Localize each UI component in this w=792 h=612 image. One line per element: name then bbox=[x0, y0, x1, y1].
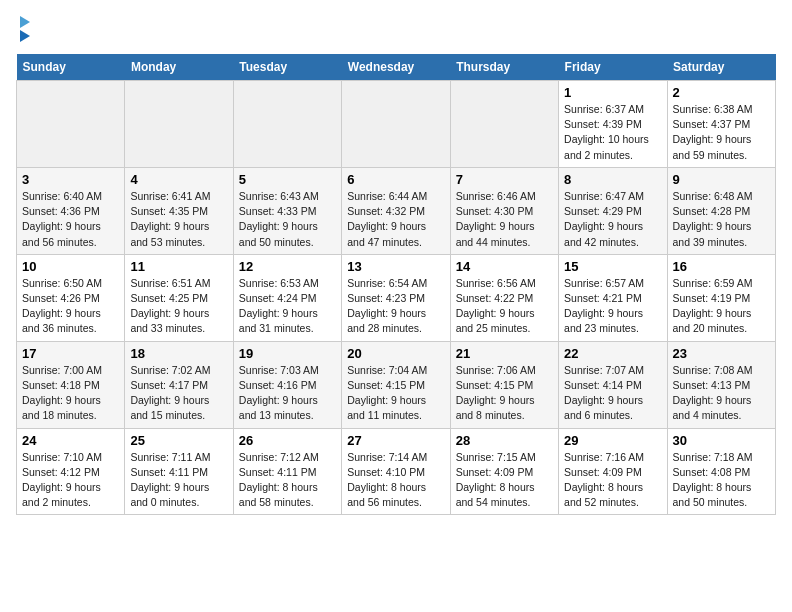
day-number: 26 bbox=[239, 433, 336, 448]
dow-header-thursday: Thursday bbox=[450, 54, 558, 81]
day-info: Sunrise: 7:04 AMSunset: 4:15 PMDaylight:… bbox=[347, 363, 444, 424]
calendar-cell: 20Sunrise: 7:04 AMSunset: 4:15 PMDayligh… bbox=[342, 341, 450, 428]
calendar-cell: 13Sunrise: 6:54 AMSunset: 4:23 PMDayligh… bbox=[342, 254, 450, 341]
calendar-cell: 5Sunrise: 6:43 AMSunset: 4:33 PMDaylight… bbox=[233, 167, 341, 254]
day-info: Sunrise: 6:37 AMSunset: 4:39 PMDaylight:… bbox=[564, 102, 661, 163]
day-info: Sunrise: 7:08 AMSunset: 4:13 PMDaylight:… bbox=[673, 363, 770, 424]
dow-header-sunday: Sunday bbox=[17, 54, 125, 81]
day-info: Sunrise: 7:03 AMSunset: 4:16 PMDaylight:… bbox=[239, 363, 336, 424]
day-number: 23 bbox=[673, 346, 770, 361]
day-number: 29 bbox=[564, 433, 661, 448]
day-info: Sunrise: 6:44 AMSunset: 4:32 PMDaylight:… bbox=[347, 189, 444, 250]
dow-header-friday: Friday bbox=[559, 54, 667, 81]
day-number: 15 bbox=[564, 259, 661, 274]
calendar-cell bbox=[125, 81, 233, 168]
calendar-cell: 9Sunrise: 6:48 AMSunset: 4:28 PMDaylight… bbox=[667, 167, 775, 254]
day-info: Sunrise: 6:51 AMSunset: 4:25 PMDaylight:… bbox=[130, 276, 227, 337]
calendar-cell: 11Sunrise: 6:51 AMSunset: 4:25 PMDayligh… bbox=[125, 254, 233, 341]
calendar-cell: 30Sunrise: 7:18 AMSunset: 4:08 PMDayligh… bbox=[667, 428, 775, 515]
day-info: Sunrise: 7:16 AMSunset: 4:09 PMDaylight:… bbox=[564, 450, 661, 511]
day-number: 18 bbox=[130, 346, 227, 361]
day-number: 7 bbox=[456, 172, 553, 187]
day-info: Sunrise: 6:56 AMSunset: 4:22 PMDaylight:… bbox=[456, 276, 553, 337]
day-number: 17 bbox=[22, 346, 119, 361]
dow-header-saturday: Saturday bbox=[667, 54, 775, 81]
day-info: Sunrise: 7:07 AMSunset: 4:14 PMDaylight:… bbox=[564, 363, 661, 424]
logo-arrow-top bbox=[20, 16, 30, 28]
logo-arrow-bottom bbox=[20, 30, 30, 42]
day-number: 6 bbox=[347, 172, 444, 187]
day-number: 3 bbox=[22, 172, 119, 187]
day-info: Sunrise: 6:43 AMSunset: 4:33 PMDaylight:… bbox=[239, 189, 336, 250]
calendar-cell: 21Sunrise: 7:06 AMSunset: 4:15 PMDayligh… bbox=[450, 341, 558, 428]
calendar-cell: 4Sunrise: 6:41 AMSunset: 4:35 PMDaylight… bbox=[125, 167, 233, 254]
day-number: 8 bbox=[564, 172, 661, 187]
day-number: 21 bbox=[456, 346, 553, 361]
day-info: Sunrise: 6:54 AMSunset: 4:23 PMDaylight:… bbox=[347, 276, 444, 337]
calendar-cell: 10Sunrise: 6:50 AMSunset: 4:26 PMDayligh… bbox=[17, 254, 125, 341]
day-info: Sunrise: 7:11 AMSunset: 4:11 PMDaylight:… bbox=[130, 450, 227, 511]
calendar-cell: 1Sunrise: 6:37 AMSunset: 4:39 PMDaylight… bbox=[559, 81, 667, 168]
day-number: 11 bbox=[130, 259, 227, 274]
day-info: Sunrise: 7:02 AMSunset: 4:17 PMDaylight:… bbox=[130, 363, 227, 424]
day-info: Sunrise: 6:50 AMSunset: 4:26 PMDaylight:… bbox=[22, 276, 119, 337]
day-number: 27 bbox=[347, 433, 444, 448]
day-number: 28 bbox=[456, 433, 553, 448]
calendar-cell bbox=[233, 81, 341, 168]
day-number: 22 bbox=[564, 346, 661, 361]
calendar-cell: 28Sunrise: 7:15 AMSunset: 4:09 PMDayligh… bbox=[450, 428, 558, 515]
day-number: 20 bbox=[347, 346, 444, 361]
page-header bbox=[16, 16, 776, 42]
day-number: 24 bbox=[22, 433, 119, 448]
calendar-cell: 27Sunrise: 7:14 AMSunset: 4:10 PMDayligh… bbox=[342, 428, 450, 515]
calendar-cell: 12Sunrise: 6:53 AMSunset: 4:24 PMDayligh… bbox=[233, 254, 341, 341]
day-number: 2 bbox=[673, 85, 770, 100]
day-number: 19 bbox=[239, 346, 336, 361]
day-number: 16 bbox=[673, 259, 770, 274]
calendar-cell: 26Sunrise: 7:12 AMSunset: 4:11 PMDayligh… bbox=[233, 428, 341, 515]
calendar-cell: 22Sunrise: 7:07 AMSunset: 4:14 PMDayligh… bbox=[559, 341, 667, 428]
calendar-cell: 3Sunrise: 6:40 AMSunset: 4:36 PMDaylight… bbox=[17, 167, 125, 254]
calendar-cell: 18Sunrise: 7:02 AMSunset: 4:17 PMDayligh… bbox=[125, 341, 233, 428]
day-info: Sunrise: 6:47 AMSunset: 4:29 PMDaylight:… bbox=[564, 189, 661, 250]
calendar-cell: 2Sunrise: 6:38 AMSunset: 4:37 PMDaylight… bbox=[667, 81, 775, 168]
day-info: Sunrise: 7:06 AMSunset: 4:15 PMDaylight:… bbox=[456, 363, 553, 424]
calendar-cell: 6Sunrise: 6:44 AMSunset: 4:32 PMDaylight… bbox=[342, 167, 450, 254]
day-number: 12 bbox=[239, 259, 336, 274]
calendar-cell: 14Sunrise: 6:56 AMSunset: 4:22 PMDayligh… bbox=[450, 254, 558, 341]
day-info: Sunrise: 7:10 AMSunset: 4:12 PMDaylight:… bbox=[22, 450, 119, 511]
day-number: 30 bbox=[673, 433, 770, 448]
calendar-cell: 23Sunrise: 7:08 AMSunset: 4:13 PMDayligh… bbox=[667, 341, 775, 428]
day-info: Sunrise: 6:46 AMSunset: 4:30 PMDaylight:… bbox=[456, 189, 553, 250]
day-info: Sunrise: 7:00 AMSunset: 4:18 PMDaylight:… bbox=[22, 363, 119, 424]
day-info: Sunrise: 6:41 AMSunset: 4:35 PMDaylight:… bbox=[130, 189, 227, 250]
dow-header-tuesday: Tuesday bbox=[233, 54, 341, 81]
day-number: 5 bbox=[239, 172, 336, 187]
calendar-cell: 8Sunrise: 6:47 AMSunset: 4:29 PMDaylight… bbox=[559, 167, 667, 254]
dow-header-monday: Monday bbox=[125, 54, 233, 81]
day-info: Sunrise: 7:15 AMSunset: 4:09 PMDaylight:… bbox=[456, 450, 553, 511]
day-info: Sunrise: 6:57 AMSunset: 4:21 PMDaylight:… bbox=[564, 276, 661, 337]
day-info: Sunrise: 7:14 AMSunset: 4:10 PMDaylight:… bbox=[347, 450, 444, 511]
logo bbox=[16, 16, 30, 42]
calendar-table: SundayMondayTuesdayWednesdayThursdayFrid… bbox=[16, 54, 776, 515]
day-number: 14 bbox=[456, 259, 553, 274]
calendar-cell bbox=[342, 81, 450, 168]
calendar-cell: 15Sunrise: 6:57 AMSunset: 4:21 PMDayligh… bbox=[559, 254, 667, 341]
calendar-cell: 19Sunrise: 7:03 AMSunset: 4:16 PMDayligh… bbox=[233, 341, 341, 428]
calendar-cell: 29Sunrise: 7:16 AMSunset: 4:09 PMDayligh… bbox=[559, 428, 667, 515]
day-info: Sunrise: 6:40 AMSunset: 4:36 PMDaylight:… bbox=[22, 189, 119, 250]
day-info: Sunrise: 6:38 AMSunset: 4:37 PMDaylight:… bbox=[673, 102, 770, 163]
day-info: Sunrise: 6:53 AMSunset: 4:24 PMDaylight:… bbox=[239, 276, 336, 337]
day-info: Sunrise: 7:12 AMSunset: 4:11 PMDaylight:… bbox=[239, 450, 336, 511]
calendar-cell: 25Sunrise: 7:11 AMSunset: 4:11 PMDayligh… bbox=[125, 428, 233, 515]
calendar-cell: 16Sunrise: 6:59 AMSunset: 4:19 PMDayligh… bbox=[667, 254, 775, 341]
calendar-cell bbox=[450, 81, 558, 168]
day-number: 25 bbox=[130, 433, 227, 448]
day-info: Sunrise: 7:18 AMSunset: 4:08 PMDaylight:… bbox=[673, 450, 770, 511]
day-info: Sunrise: 6:59 AMSunset: 4:19 PMDaylight:… bbox=[673, 276, 770, 337]
day-number: 10 bbox=[22, 259, 119, 274]
calendar-cell bbox=[17, 81, 125, 168]
calendar-cell: 7Sunrise: 6:46 AMSunset: 4:30 PMDaylight… bbox=[450, 167, 558, 254]
day-number: 1 bbox=[564, 85, 661, 100]
